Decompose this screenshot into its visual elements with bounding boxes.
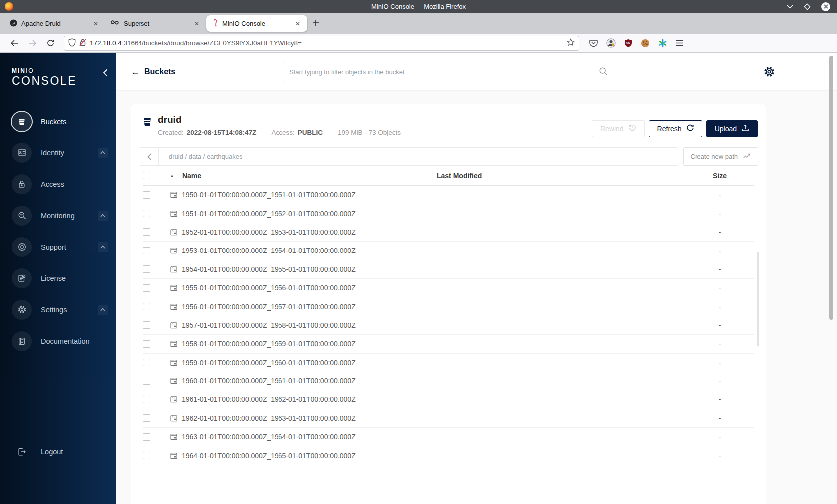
account-extension-icon[interactable] bbox=[606, 38, 616, 48]
object-row[interactable]: 1964-01-01T00:00:00.000Z_1965-01-01T00:0… bbox=[143, 446, 754, 465]
object-name[interactable]: 1959-01-01T00:00:00.000Z_1960-01-01T00:0… bbox=[182, 359, 356, 367]
lock-disabled-icon[interactable] bbox=[79, 38, 86, 48]
select-all-checkbox[interactable] bbox=[143, 172, 150, 179]
row-checkbox[interactable] bbox=[143, 378, 150, 385]
tab-superset[interactable]: Superset ✕ bbox=[105, 15, 206, 32]
chevron-up-icon[interactable] bbox=[98, 211, 108, 221]
sidebar-item-identity[interactable]: Identity bbox=[0, 137, 116, 168]
breadcrumb-back-icon[interactable] bbox=[140, 148, 159, 165]
back-to-buckets[interactable]: ← Buckets bbox=[131, 67, 175, 76]
row-checkbox[interactable] bbox=[143, 396, 150, 403]
back-icon[interactable] bbox=[7, 36, 22, 50]
tab-close-icon[interactable]: ✕ bbox=[192, 19, 201, 28]
object-name[interactable]: 1960-01-01T00:00:00.000Z_1961-01-01T00:0… bbox=[182, 377, 356, 385]
sidebar-item-buckets[interactable]: Buckets bbox=[0, 106, 116, 137]
bookmark-star-icon[interactable] bbox=[567, 38, 575, 48]
upload-button[interactable]: Upload bbox=[706, 120, 758, 137]
sidebar-item-monitoring[interactable]: Monitoring bbox=[0, 200, 116, 231]
object-row[interactable]: 1955-01-01T00:00:00.000Z_1956-01-01T00:0… bbox=[143, 279, 754, 297]
chevron-up-icon[interactable] bbox=[98, 242, 108, 252]
cookie-icon[interactable] bbox=[641, 39, 650, 48]
tab-close-icon[interactable]: ✕ bbox=[91, 19, 100, 28]
column-header-size[interactable]: Size bbox=[686, 172, 754, 180]
column-header-last-modified[interactable]: Last Modified bbox=[437, 172, 686, 180]
object-row[interactable]: 1961-01-01T00:00:00.000Z_1962-01-01T00:0… bbox=[143, 390, 754, 409]
object-name[interactable]: 1951-01-01T00:00:00.000Z_1952-01-01T00:0… bbox=[182, 210, 356, 218]
tab-close-icon[interactable]: ✕ bbox=[293, 19, 302, 28]
refresh-button[interactable]: Refresh bbox=[649, 120, 702, 137]
object-name[interactable]: 1957-01-01T00:00:00.000Z_1958-01-01T00:0… bbox=[182, 321, 356, 329]
object-row[interactable]: 1962-01-01T00:00:00.000Z_1963-01-01T00:0… bbox=[143, 409, 754, 428]
row-checkbox[interactable] bbox=[143, 414, 150, 422]
object-row[interactable]: 1957-01-01T00:00:00.000Z_1958-01-01T00:0… bbox=[143, 316, 754, 335]
object-row[interactable]: 1954-01-01T00:00:00.000Z_1955-01-01T00:0… bbox=[143, 260, 754, 279]
row-checkbox[interactable] bbox=[143, 452, 150, 459]
sidebar-item-logout[interactable]: Logout bbox=[0, 436, 116, 467]
window-minimize-icon[interactable] bbox=[787, 5, 793, 9]
object-name[interactable]: 1950-01-01T00:00:00.000Z_1951-01-01T00:0… bbox=[182, 191, 356, 199]
shield-icon[interactable] bbox=[68, 38, 76, 48]
row-checkbox[interactable] bbox=[143, 433, 150, 441]
forward-icon[interactable] bbox=[25, 36, 40, 50]
asterisk-extension-icon[interactable] bbox=[658, 39, 667, 48]
ublock-icon[interactable]: UO bbox=[624, 39, 632, 47]
object-name[interactable]: 1956-01-01T00:00:00.000Z_1957-01-01T00:0… bbox=[182, 303, 356, 311]
sidebar-item-settings[interactable]: Settings bbox=[0, 294, 116, 325]
new-tab-button[interactable] bbox=[312, 19, 319, 28]
created-label: Created: bbox=[158, 129, 184, 136]
object-row[interactable]: 1950-01-01T00:00:00.000Z_1951-01-01T00:0… bbox=[143, 186, 754, 204]
url-bar[interactable]: 172.18.0.4:31664/buckets/druid/browse/ZG… bbox=[64, 36, 579, 51]
object-size: - bbox=[686, 247, 754, 254]
create-new-path-button[interactable]: Create new path bbox=[683, 147, 758, 166]
window-close-icon[interactable] bbox=[821, 2, 830, 11]
sidebar-item-access[interactable]: Access bbox=[0, 168, 116, 200]
reload-icon[interactable] bbox=[43, 36, 58, 50]
object-name[interactable]: 1953-01-01T00:00:00.000Z_1954-01-01T00:0… bbox=[182, 247, 356, 254]
object-name[interactable]: 1964-01-01T00:00:00.000Z_1965-01-01T00:0… bbox=[182, 452, 356, 460]
row-checkbox[interactable] bbox=[143, 321, 150, 329]
object-name[interactable]: 1958-01-01T00:00:00.000Z_1959-01-01T00:0… bbox=[182, 340, 356, 348]
object-name[interactable]: 1955-01-01T00:00:00.000Z_1956-01-01T00:0… bbox=[182, 284, 356, 292]
row-checkbox[interactable] bbox=[143, 284, 150, 292]
window-maximize-icon[interactable] bbox=[804, 3, 811, 10]
column-header-name[interactable]: ▲ Name bbox=[170, 172, 437, 180]
sidebar-item-license[interactable]: License bbox=[0, 262, 116, 294]
object-row[interactable]: 1956-01-01T00:00:00.000Z_1957-01-01T00:0… bbox=[143, 297, 754, 316]
object-name[interactable]: 1962-01-01T00:00:00.000Z_1963-01-01T00:0… bbox=[182, 414, 356, 422]
object-name[interactable]: 1952-01-01T00:00:00.000Z_1953-01-01T00:0… bbox=[182, 228, 356, 236]
sidebar-collapse-icon[interactable] bbox=[103, 69, 108, 79]
breadcrumb[interactable]: druid / data / earthquakes bbox=[159, 153, 242, 160]
pocket-icon[interactable] bbox=[589, 39, 598, 47]
hamburger-menu-icon[interactable] bbox=[676, 40, 684, 46]
object-row[interactable]: 1953-01-01T00:00:00.000Z_1954-01-01T00:0… bbox=[143, 242, 754, 260]
gear-icon[interactable] bbox=[763, 66, 775, 80]
sidebar-item-support[interactable]: Support bbox=[0, 231, 116, 262]
row-checkbox[interactable] bbox=[143, 191, 150, 199]
object-row[interactable]: 1951-01-01T00:00:00.000Z_1952-01-01T00:0… bbox=[143, 204, 754, 223]
page-scrollbar[interactable] bbox=[829, 56, 833, 320]
row-checkbox[interactable] bbox=[143, 265, 150, 273]
sidebar-item-documentation[interactable]: Documentation bbox=[0, 325, 116, 357]
tab-minio-console[interactable]: MinIO Console ✕ bbox=[206, 15, 307, 32]
object-filter-input[interactable] bbox=[289, 68, 599, 76]
row-checkbox[interactable] bbox=[143, 359, 150, 366]
row-checkbox[interactable] bbox=[143, 340, 150, 348]
object-row[interactable]: 1960-01-01T00:00:00.000Z_1961-01-01T00:0… bbox=[143, 372, 754, 390]
row-checkbox[interactable] bbox=[143, 210, 150, 217]
breadcrumb-bar: druid / data / earthquakes bbox=[140, 147, 678, 166]
row-checkbox[interactable] bbox=[143, 247, 150, 254]
rewind-button[interactable]: Rewind bbox=[592, 120, 645, 137]
object-row[interactable]: 1952-01-01T00:00:00.000Z_1953-01-01T00:0… bbox=[143, 223, 754, 242]
row-checkbox[interactable] bbox=[143, 303, 150, 310]
object-name[interactable]: 1963-01-01T00:00:00.000Z_1964-01-01T00:0… bbox=[182, 433, 356, 441]
object-name[interactable]: 1961-01-01T00:00:00.000Z_1962-01-01T00:0… bbox=[182, 395, 356, 403]
row-checkbox[interactable] bbox=[143, 228, 150, 236]
tab-apache-druid[interactable]: Apache Druid ✕ bbox=[4, 15, 105, 32]
chevron-up-icon[interactable] bbox=[98, 305, 108, 315]
object-row[interactable]: 1958-01-01T00:00:00.000Z_1959-01-01T00:0… bbox=[143, 335, 754, 353]
object-row[interactable]: 1959-01-01T00:00:00.000Z_1960-01-01T00:0… bbox=[143, 354, 754, 372]
chevron-up-icon[interactable] bbox=[98, 148, 108, 158]
object-name[interactable]: 1954-01-01T00:00:00.000Z_1955-01-01T00:0… bbox=[182, 265, 356, 273]
list-scrollbar[interactable] bbox=[757, 252, 759, 346]
object-row[interactable]: 1963-01-01T00:00:00.000Z_1964-01-01T00:0… bbox=[143, 428, 754, 446]
